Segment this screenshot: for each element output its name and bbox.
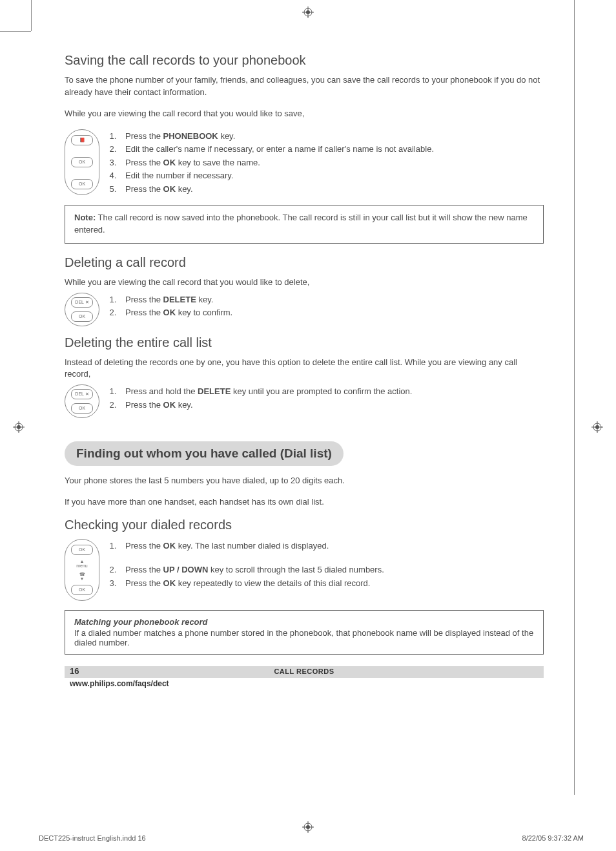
- down-phone-key-icon: ☎ ▼: [79, 572, 85, 581]
- page-number: 16: [70, 666, 79, 676]
- section-heading-delete-list: Deleting the entire call list: [65, 335, 544, 350]
- step-item: Press the OK key.: [119, 399, 412, 412]
- indd-filename: DECT225-instruct English.indd 16: [39, 834, 146, 842]
- section-heading-delete-record: Deleting a call record: [65, 255, 544, 270]
- phonebook-key-icon: 📕: [71, 135, 93, 145]
- step-item: Press the OK key to save the name.: [119, 156, 434, 169]
- footer-url: www.philips.com/faqs/dect: [65, 679, 544, 688]
- step-list: Press and hold the DELETE key until you …: [107, 384, 412, 412]
- page-content: Saving the call records to your phoneboo…: [65, 53, 544, 688]
- crop-mark-top: [0, 31, 31, 32]
- step-item: Edit the caller's name if necessary, or …: [119, 143, 434, 156]
- paragraph: While you are viewing the call record th…: [65, 108, 544, 120]
- step-list: Press the PHONEBOOK key. Edit the caller…: [107, 129, 434, 196]
- step-item: Press the PHONEBOOK key.: [119, 130, 434, 143]
- paragraph: While you are viewing the call record th…: [65, 277, 544, 289]
- step-block: DEL ✕ OK Press the DELETE key. Press the…: [65, 293, 544, 326]
- step-list: Press the DELETE key. Press the OK key t…: [107, 293, 232, 320]
- paragraph: Instead of deleting the records one by o…: [65, 357, 544, 381]
- key-diagram: OK ▲ menu ☎ ▼ OK: [65, 539, 99, 601]
- key-diagram: DEL ✕ OK: [65, 384, 99, 418]
- delete-key-icon: DEL ✕: [71, 297, 93, 308]
- band-heading-dial-list: Finding out whom you have called (Dial l…: [65, 441, 344, 466]
- paragraph: To save the phone number of your family,…: [65, 74, 544, 99]
- section-heading-checking-dialed: Checking your dialed records: [65, 518, 544, 532]
- step-block: DEL ✕ OK Press and hold the DELETE key u…: [65, 384, 544, 418]
- info-box-title: Matching your phonebook record: [74, 617, 534, 627]
- info-box-matching: Matching your phonebook record If a dial…: [65, 610, 544, 655]
- ok-key-icon: OK: [71, 179, 93, 189]
- note-text: The call record is now saved into the ph…: [74, 213, 528, 235]
- indesign-slug: DECT225-instruct English.indd 16 8/22/05…: [39, 834, 584, 842]
- registration-mark-icon: [13, 421, 25, 433]
- step-list: Press the OK key. The last number dialed…: [107, 539, 384, 591]
- note-label: Note:: [74, 213, 96, 222]
- key-diagram: 📕 OK OK: [65, 129, 99, 195]
- step-item: Press the OK key.: [119, 183, 434, 196]
- ok-key-icon: OK: [71, 311, 93, 322]
- note-box: Note: The call record is now saved into …: [65, 205, 544, 244]
- info-box-body: If a dialed number matches a phone numbe…: [74, 628, 534, 647]
- crop-mark-left: [31, 0, 32, 31]
- footer-title: CALL RECORDS: [274, 667, 334, 675]
- indd-timestamp: 8/22/05 9:37:32 AM: [522, 834, 584, 842]
- step-item: Press the DELETE key.: [119, 293, 232, 306]
- ok-key-icon: OK: [71, 585, 93, 595]
- key-diagram: DEL ✕ OK: [65, 293, 99, 326]
- registration-mark-icon: [302, 821, 314, 833]
- step-item: Press the UP / DOWN key to scroll throug…: [119, 563, 384, 576]
- step-item: Press the OK key to confirm.: [119, 306, 232, 319]
- registration-mark-icon: [302, 6, 314, 18]
- up-menu-key-icon: ▲ menu: [76, 559, 88, 568]
- crop-mark-right: [574, 0, 575, 795]
- step-item: Edit the number if necessary.: [119, 169, 434, 182]
- footer-bar: 16 CALL RECORDS www.philips.com/faqs/dec…: [65, 666, 544, 688]
- footer-strip: 16 CALL RECORDS: [65, 666, 544, 678]
- ok-key-icon: OK: [71, 157, 93, 167]
- ok-key-icon: OK: [71, 545, 93, 555]
- step-item: Press the OK key. The last number dialed…: [119, 540, 384, 552]
- paragraph: Your phone stores the last 5 numbers you…: [65, 475, 544, 487]
- section-heading-saving: Saving the call records to your phoneboo…: [65, 53, 544, 68]
- step-item: Press the OK key repeatedly to view the …: [119, 577, 384, 590]
- step-block: 📕 OK OK Press the PHONEBOOK key. Edit th…: [65, 129, 544, 196]
- step-item: Press and hold the DELETE key until you …: [119, 385, 412, 398]
- delete-key-icon: DEL ✕: [71, 389, 93, 399]
- ok-key-icon: OK: [71, 403, 93, 414]
- registration-mark-icon: [591, 421, 603, 433]
- paragraph: If you have more than one handset, each …: [65, 496, 544, 509]
- step-block: OK ▲ menu ☎ ▼ OK Press the OK key. The l…: [65, 539, 544, 601]
